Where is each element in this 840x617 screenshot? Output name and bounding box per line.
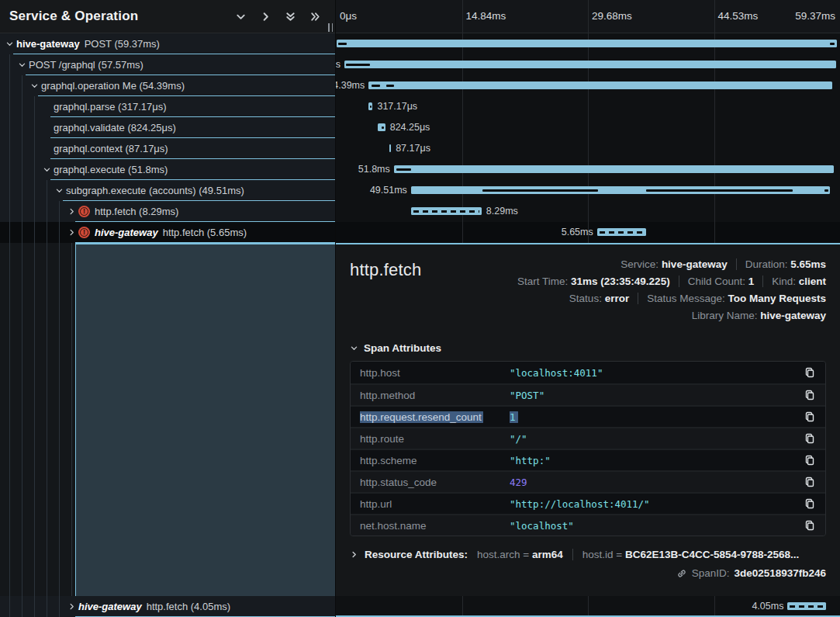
- meta-field: Duration: 5.65ms: [736, 258, 826, 270]
- span-bar[interactable]: [411, 207, 482, 215]
- attribute-row: http.route"/": [351, 427, 825, 449]
- span-id-value: 3de02518937fb246: [734, 567, 826, 579]
- span-attributes-header[interactable]: Span Attributes: [350, 342, 826, 354]
- indent-guide: [9, 96, 10, 117]
- attribute-value: "http://localhost:4011/": [510, 498, 804, 510]
- tree-row[interactable]: graphql.context (87.17μs): [0, 138, 335, 159]
- attribute-value: "/": [510, 433, 804, 445]
- tree-row[interactable]: subgraph.execute (accounts) (49.51ms): [0, 180, 335, 201]
- indent-guide: [47, 201, 47, 222]
- span-bar[interactable]: [344, 61, 836, 68]
- chevron-down-icon[interactable]: [29, 81, 39, 91]
- service-name: hive-gateway: [16, 38, 80, 50]
- span-label: graphql.parse (317.17μs): [54, 101, 167, 113]
- meta-value: client: [799, 276, 826, 287]
- span-bar[interactable]: [389, 144, 391, 152]
- tree-row[interactable]: graphql.execute (51.8ms): [0, 159, 335, 180]
- attribute-key: http.host: [360, 367, 510, 379]
- copy-icon[interactable]: [804, 519, 816, 532]
- timeline-bars: 57.57ms54.39ms317.17μs824.25μs87.17μs51.…: [336, 33, 840, 243]
- indent-guide: [34, 243, 35, 596]
- child-span-mark: [646, 189, 793, 192]
- span-label: subgraph.execute (accounts) (49.51ms): [66, 185, 244, 196]
- ruler-tick-label: 59.37ms: [795, 10, 835, 22]
- link-icon[interactable]: [676, 568, 687, 579]
- span-bar[interactable]: [787, 602, 826, 610]
- indent-guide: [22, 596, 22, 617]
- expander-spacer: [42, 144, 51, 154]
- child-span-mark: [386, 85, 394, 87]
- chevron-down-icon[interactable]: [42, 165, 51, 175]
- chevron-down-icon[interactable]: [5, 40, 14, 49]
- chevron-right-icon[interactable]: [67, 228, 76, 237]
- span-bar[interactable]: [394, 165, 834, 173]
- copy-icon[interactable]: [804, 389, 816, 401]
- copy-icon[interactable]: [804, 432, 816, 445]
- equals-sign: =: [523, 549, 532, 560]
- indent-guide: [22, 75, 22, 96]
- resource-attribute: host.arch = arm64: [477, 549, 563, 560]
- attribute-value: "localhost": [510, 520, 804, 532]
- chevron-right-icon[interactable]: [260, 11, 271, 23]
- copy-icon[interactable]: [804, 476, 816, 488]
- tree-row[interactable]: hive-gatewayPOST (59.37ms): [0, 33, 335, 54]
- chevron-down-icon[interactable]: [235, 11, 247, 23]
- meta-label: Duration:: [745, 258, 791, 270]
- resource-key: host.id: [582, 549, 617, 560]
- child-span-mark: [372, 85, 380, 87]
- duration-label: 49.51ms: [370, 180, 407, 201]
- indent-guide: [47, 180, 47, 201]
- span-label: http.fetch (4.05ms): [147, 601, 230, 612]
- attribute-row: http.host"localhost:4011": [351, 362, 825, 383]
- duration-label: 317.17μs: [377, 96, 417, 117]
- meta-line: Service: hive-gatewayDuration: 5.65ms: [517, 255, 826, 272]
- indent-guide: [34, 138, 35, 159]
- copy-icon[interactable]: [804, 366, 816, 379]
- span-bar[interactable]: [368, 81, 831, 89]
- tree-row[interactable]: !hive-gatewayhttp.fetch (5.65ms): [0, 222, 335, 243]
- tree-row[interactable]: graphql.operation Me (54.39ms): [0, 75, 335, 96]
- attribute-value: 429: [510, 477, 804, 488]
- tree-row[interactable]: graphql.parse (317.17μs): [0, 96, 335, 117]
- span-label: POST (59.37ms): [85, 38, 160, 50]
- chevrons-down-icon[interactable]: [285, 11, 296, 23]
- tree-row[interactable]: hive-gatewayhttp.fetch (4.05ms): [0, 596, 335, 617]
- indent-guide: [9, 243, 10, 596]
- indent-guide: [34, 96, 35, 117]
- tree-row[interactable]: POST /graphql (57.57ms): [0, 54, 335, 75]
- attribute-row: http.url"http://localhost:4011/": [351, 492, 825, 514]
- indent-guide: [34, 222, 35, 243]
- chevron-right-icon[interactable]: [67, 602, 76, 612]
- span-bar[interactable]: [378, 123, 385, 131]
- span-tree-footer: hive-gatewayhttp.fetch (4.05ms): [0, 596, 335, 617]
- ruler-gridline: [588, 0, 589, 33]
- copy-icon[interactable]: [804, 411, 816, 423]
- chevrons-right-icon[interactable]: [309, 11, 321, 23]
- meta-label: Status Message:: [647, 293, 728, 304]
- meta-label: Kind:: [772, 276, 799, 287]
- chevron-down-icon[interactable]: [17, 61, 26, 70]
- meta-value: 1: [748, 276, 755, 287]
- timeline-row[interactable]: 5.65ms: [336, 222, 840, 243]
- meta-label: Service:: [620, 258, 662, 270]
- indent-guide: [9, 180, 10, 201]
- span-bar[interactable]: [411, 186, 830, 194]
- meta-label: Status:: [569, 293, 605, 304]
- ruler-gridline: [462, 0, 463, 33]
- copy-icon[interactable]: [804, 497, 816, 510]
- attribute-key: http.method: [360, 390, 510, 401]
- copy-icon[interactable]: [804, 454, 816, 466]
- attribute-row: http.status_code429: [351, 470, 825, 492]
- span-bar[interactable]: [368, 102, 372, 110]
- span-bar[interactable]: [597, 228, 646, 236]
- attribute-row: http.request.resend_count1: [351, 405, 825, 427]
- tree-row[interactable]: graphql.validate (824.25μs): [0, 117, 335, 138]
- resource-attributes-row[interactable]: Resource Attributes: host.arch = arm64ho…: [350, 549, 826, 560]
- panel-resize-handle[interactable]: [328, 23, 333, 32]
- meta-label: Child Count:: [688, 276, 748, 287]
- chevron-right-icon[interactable]: [67, 207, 76, 217]
- chevron-down-icon[interactable]: [54, 186, 64, 196]
- child-span-mark: [382, 127, 384, 129]
- span-bar[interactable]: [337, 40, 837, 47]
- tree-row[interactable]: !http.fetch (8.29ms): [0, 201, 335, 222]
